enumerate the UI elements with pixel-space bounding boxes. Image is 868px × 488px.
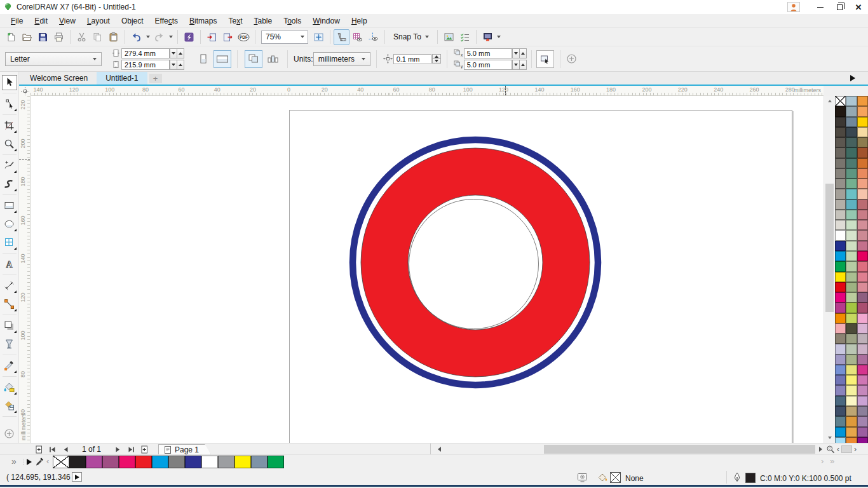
add-plus-icon[interactable] xyxy=(566,53,577,64)
palette-swatch[interactable] xyxy=(835,179,846,189)
document-palette-swatch[interactable] xyxy=(218,456,234,468)
palette-swatch[interactable] xyxy=(857,406,868,416)
palette-swatch[interactable] xyxy=(835,365,846,375)
palette-swatch[interactable] xyxy=(835,200,846,210)
palette-swatch[interactable] xyxy=(835,230,846,240)
publish-pdf-button[interactable]: PDF xyxy=(236,29,252,45)
document-palette-swatch[interactable] xyxy=(69,456,86,468)
copy-button[interactable] xyxy=(90,29,105,45)
palette-swatch[interactable] xyxy=(846,96,857,106)
print-button[interactable] xyxy=(51,29,67,45)
page-width-spinner[interactable] xyxy=(170,48,184,58)
drawing-canvas[interactable] xyxy=(31,96,824,443)
palette-swatch[interactable] xyxy=(857,344,868,354)
previous-page-button[interactable] xyxy=(60,444,71,454)
docpalette-overflow-icon[interactable]: » xyxy=(830,456,833,466)
palette-swatch[interactable] xyxy=(846,313,857,323)
palette-swatch[interactable] xyxy=(846,220,857,230)
page-1-tab[interactable]: Page 1 xyxy=(158,444,211,455)
palette-scroll-controls[interactable]: ‹› xyxy=(837,445,866,454)
palette-swatch[interactable] xyxy=(846,200,857,210)
account-avatar-icon[interactable] xyxy=(787,2,801,12)
palette-swatch[interactable] xyxy=(857,302,868,313)
customize-button[interactable] xyxy=(457,29,473,45)
drop-shadow-tool[interactable] xyxy=(2,318,17,334)
palette-swatch[interactable] xyxy=(846,137,857,147)
hscroll-right-arrow[interactable] xyxy=(816,445,825,454)
menu-bitmaps[interactable]: Bitmaps xyxy=(184,15,222,27)
palette-swatch[interactable] xyxy=(835,147,846,158)
palette-swatch[interactable] xyxy=(857,106,868,116)
palette-swatch[interactable] xyxy=(835,334,846,344)
hscroll-thumb[interactable] xyxy=(544,445,815,454)
palette-swatch[interactable] xyxy=(846,272,857,282)
palette-swatch[interactable] xyxy=(857,158,868,168)
color-eyedropper-tool[interactable] xyxy=(2,358,17,374)
shape-tool[interactable] xyxy=(2,97,17,112)
menu-window[interactable]: Window xyxy=(307,15,346,27)
ellipse-tool[interactable] xyxy=(2,217,17,232)
menu-table[interactable]: Table xyxy=(248,15,278,27)
hscroll-left-arrow[interactable] xyxy=(435,445,444,454)
show-guidelines-button[interactable] xyxy=(365,29,381,45)
palette-swatch[interactable] xyxy=(857,375,868,385)
palette-swatch[interactable] xyxy=(846,355,857,365)
palette-swatch[interactable] xyxy=(857,147,868,158)
palette-swatch[interactable] xyxy=(835,117,846,127)
palette-swatch[interactable] xyxy=(835,251,846,261)
palette-swatch[interactable] xyxy=(857,241,868,251)
zoom-level-combo[interactable]: 75% xyxy=(261,30,308,44)
palette-swatch[interactable] xyxy=(846,427,857,437)
palette-swatch[interactable] xyxy=(846,147,857,158)
application-launcher-dropdown[interactable] xyxy=(496,29,503,45)
palette-swatch[interactable] xyxy=(846,323,857,334)
palette-swatch[interactable] xyxy=(846,189,857,199)
palette-swatch[interactable] xyxy=(835,137,846,147)
artistic-media-tool[interactable] xyxy=(2,177,17,192)
document-palette-swatch[interactable] xyxy=(185,456,201,468)
graph-paper-tool[interactable] xyxy=(2,235,17,250)
palette-swatch[interactable] xyxy=(857,168,868,179)
palette-swatch[interactable] xyxy=(857,251,868,261)
all-pages-layout-button[interactable] xyxy=(245,50,262,68)
last-page-button[interactable] xyxy=(125,444,137,454)
palette-swatch[interactable] xyxy=(857,210,868,220)
vscroll-thumb[interactable] xyxy=(825,184,834,312)
parallel-dimension-tool[interactable] xyxy=(2,278,17,294)
tab-welcome-screen[interactable]: Welcome Screen xyxy=(21,72,97,85)
palette-swatch[interactable] xyxy=(857,96,868,106)
transparency-tool[interactable] xyxy=(2,337,17,352)
next-page-button[interactable] xyxy=(112,444,123,454)
palette-swatch[interactable] xyxy=(835,302,846,313)
palette-swatch[interactable] xyxy=(835,261,846,271)
rectangle-tool[interactable] xyxy=(2,198,17,214)
palette-swatch[interactable] xyxy=(857,365,868,375)
new-document-button[interactable] xyxy=(3,29,19,45)
docpalette-scroll-left-icon[interactable]: ‹ xyxy=(46,456,49,466)
menu-effects[interactable]: Effects xyxy=(149,15,184,27)
palette-swatch[interactable] xyxy=(835,106,846,116)
palette-swatch[interactable] xyxy=(857,334,868,344)
docpalette-scroll-right-icon[interactable]: › xyxy=(821,456,824,466)
palette-swatch[interactable] xyxy=(835,396,846,406)
palette-swatch[interactable] xyxy=(846,168,857,179)
save-button[interactable] xyxy=(35,29,51,45)
application-launcher-button[interactable] xyxy=(480,29,496,45)
text-tool[interactable]: A xyxy=(2,257,17,272)
palette-swatch[interactable] xyxy=(835,127,846,137)
pick-tool[interactable] xyxy=(2,75,17,90)
palette-swatch[interactable] xyxy=(857,261,868,271)
document-palette-swatch[interactable] xyxy=(119,456,135,468)
page-height-spinner[interactable] xyxy=(170,60,184,70)
scroll-right-icon[interactable]: › xyxy=(854,445,857,454)
document-palette-swatch[interactable] xyxy=(86,456,102,468)
palette-swatch[interactable] xyxy=(835,282,846,292)
palette-swatch[interactable] xyxy=(835,220,846,230)
vertical-ruler[interactable]: millimeters 2202001801601401201008060 xyxy=(19,96,31,443)
menu-text[interactable]: Text xyxy=(222,15,248,27)
palette-swatch[interactable] xyxy=(857,427,868,437)
drag-handle[interactable] xyxy=(23,458,25,466)
first-page-button[interactable] xyxy=(46,444,58,454)
color-proof-icon[interactable] xyxy=(577,473,588,483)
palette-swatch[interactable] xyxy=(857,323,868,334)
